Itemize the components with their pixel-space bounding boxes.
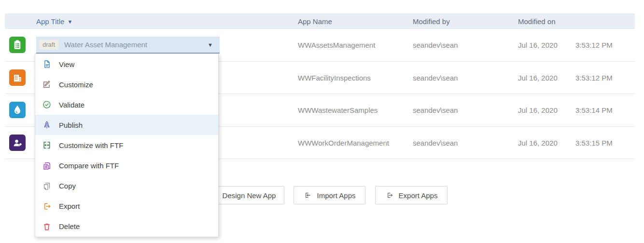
menu-item-label: Delete: [59, 222, 80, 230]
app-manager-screen: App Title▼ App Name Modified by Modified…: [0, 0, 644, 243]
import-icon: [303, 191, 312, 200]
menu-item-label: Publish: [59, 121, 83, 129]
menu-item-label: Validate: [59, 101, 84, 109]
export-apps-label: Export Apps: [399, 191, 438, 200]
trash-icon: [42, 222, 52, 231]
selected-app-title: Water Asset Management: [64, 40, 147, 49]
modified-time-cell: 3:53:12 PM: [575, 73, 613, 81]
menu-item-compare-with-ftf[interactable]: Compare with FTF: [35, 155, 218, 176]
import-apps-label: Import Apps: [317, 191, 355, 200]
menu-item-label: Customize: [59, 81, 93, 89]
edit-pencil-icon: [42, 80, 52, 89]
building-app-icon: [9, 69, 26, 86]
modified-date-cell: Jul 16, 2020: [518, 106, 558, 114]
export-icon: [42, 202, 52, 211]
chevron-down-icon: ▼: [208, 42, 213, 48]
modified-by-cell: seandev\sean: [413, 41, 458, 49]
menu-item-customize[interactable]: Customize: [35, 74, 218, 94]
modified-time-cell: 3:53:14 PM: [575, 106, 613, 114]
import-apps-button[interactable]: Import Apps: [294, 186, 365, 204]
brackets-merge-icon: [42, 140, 52, 150]
copy-icon: [42, 181, 52, 191]
menu-item-export[interactable]: Export: [35, 196, 218, 216]
export-apps-button[interactable]: Export Apps: [375, 186, 448, 204]
menu-item-label: Export: [59, 202, 80, 210]
view-document-icon: [42, 59, 52, 69]
modified-by-cell: seandev\sean: [413, 73, 458, 81]
column-header-modified-on[interactable]: Modified on: [518, 17, 556, 26]
rocket-icon: [42, 120, 52, 130]
app-name-cell: WWAssetsManagement: [298, 41, 375, 49]
worker-tag-app-icon: [9, 135, 26, 151]
check-circle-icon: [42, 100, 52, 109]
menu-item-customize-with-ftf[interactable]: Customize with FTF: [35, 135, 218, 155]
menu-item-view[interactable]: View: [35, 54, 218, 74]
app-context-menu: View Customize Validate Publish Customiz…: [35, 54, 219, 237]
modified-time-cell: 3:53:15 PM: [575, 138, 613, 147]
menu-item-publish[interactable]: Publish: [35, 115, 218, 135]
menu-item-delete[interactable]: Delete: [35, 216, 218, 237]
modified-date-cell: Jul 16, 2020: [518, 73, 558, 81]
design-new-app-button[interactable]: Design New App: [214, 186, 284, 204]
menu-item-label: Customize with FTF: [59, 141, 123, 149]
modified-date-cell: Jul 16, 2020: [518, 41, 558, 49]
menu-item-copy[interactable]: Copy: [35, 176, 218, 196]
menu-item-label: View: [59, 60, 74, 68]
design-new-app-label: Design New App: [223, 191, 276, 200]
menu-item-validate[interactable]: Validate: [35, 94, 218, 115]
app-title-label: App Title: [36, 17, 64, 26]
compare-document-icon: [42, 161, 52, 171]
modified-by-cell: seandev\sean: [413, 138, 458, 147]
app-title-dropdown[interactable]: draft Water Asset Management ▼: [36, 37, 220, 54]
export-icon: [385, 191, 394, 200]
app-name-cell: WWWastewaterSamples: [298, 106, 378, 114]
column-header-app-title[interactable]: App Title▼: [36, 17, 72, 26]
modified-date-cell: Jul 16, 2020: [518, 138, 558, 147]
clipboard-app-icon: [9, 37, 26, 53]
app-name-cell: WWFacilityInspections: [298, 73, 371, 81]
menu-item-label: Compare with FTF: [59, 162, 119, 170]
app-name-cell: WWWorkOrderManagement: [298, 138, 389, 147]
status-badge: draft: [39, 40, 58, 50]
modified-by-cell: seandev\sean: [413, 106, 458, 114]
water-drop-app-icon: [9, 102, 26, 118]
column-header-app-name[interactable]: App Name: [298, 17, 332, 26]
sort-descending-icon: ▼: [67, 19, 72, 25]
menu-item-label: Copy: [59, 182, 76, 190]
modified-time-cell: 3:53:12 PM: [575, 41, 613, 49]
column-header-modified-by[interactable]: Modified by: [413, 17, 450, 26]
table-header: App Title▼ App Name Modified by Modified…: [5, 14, 635, 29]
